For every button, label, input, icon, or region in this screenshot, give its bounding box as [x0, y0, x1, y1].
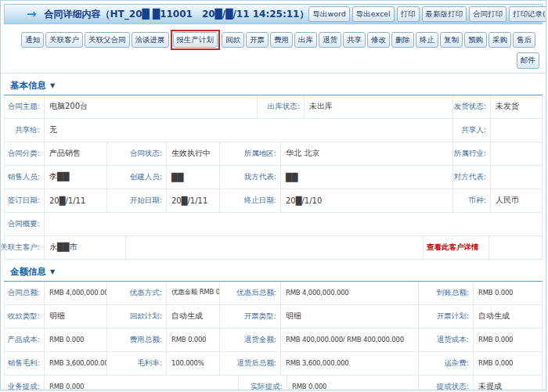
field-label: 优惠后总额: [220, 282, 281, 304]
section-header-money[interactable]: 金额信息▼ [4, 260, 543, 282]
field-label: 开票类型: [220, 305, 281, 328]
field-label: 销售毛利: [4, 352, 45, 375]
basic-row-7: 关联主客户:永██市查看此客户详情 [4, 236, 543, 260]
modify-button[interactable]: 修改 [367, 32, 390, 48]
field-value: 生效执行中 [167, 142, 220, 165]
mail-button[interactable]: 邮件 [517, 52, 539, 68]
field-value: RMB 3,600,000.000 [45, 352, 107, 375]
field-value: 李██ [45, 166, 107, 189]
titlebar: → 合同详细内容（HT_20█ █11001 20█/█/11 14:25:11… [4, 4, 543, 24]
return-goods-button[interactable]: 退货 [319, 32, 341, 48]
basic-row-5: 签订日期:20█/1/11开始日期:20█/1/11终止日期:20█/1/10币… [4, 189, 543, 213]
link-customer-button[interactable]: 关联客户 [45, 32, 83, 48]
field-label: 实际提成: [239, 376, 287, 391]
field-value: RMB 0.000 [287, 376, 419, 391]
field-value: 电脑200台 [45, 95, 258, 118]
view-customer-detail-link[interactable]: 查看此客户详情 [424, 236, 489, 259]
field-value: 未发货 [491, 95, 543, 118]
field-value: RMB 3,600,000.000 [281, 352, 419, 375]
field-label: 提成状态: [419, 376, 474, 391]
basic-row-2: 共享给:无共享人: [4, 119, 543, 142]
field-label: 退货金额: [220, 329, 281, 351]
field-label: 退货后总额: [220, 352, 281, 375]
share-button[interactable]: 共享 [343, 32, 366, 48]
pre-purchase-button[interactable]: 预购 [464, 32, 487, 48]
field-value: 无 [45, 119, 453, 142]
field-value: 明细 [45, 305, 107, 328]
field-value: 华北 北京 [281, 142, 453, 165]
field-label: 对方代表: [453, 166, 491, 189]
contract-print-button[interactable]: 合同打印 [469, 6, 507, 22]
basic-row-1: 合同主题:电脑200台出库状态:未出库发货状态:未发货 [4, 95, 543, 119]
field-label: 销售人员: [4, 166, 45, 189]
field-value [45, 213, 543, 236]
stock-out-button[interactable]: 出库 [294, 32, 317, 48]
export-word-button[interactable]: 导出word [308, 6, 349, 22]
field-value: RMB 400,000.000/ RMB 400,000.000 [281, 329, 419, 351]
copy-button[interactable]: 复制 [440, 32, 463, 48]
payment-collection-button[interactable]: 回款 [222, 32, 244, 48]
field-value: 未提成 [474, 376, 543, 391]
field-value: RMB 0.000 [474, 329, 543, 351]
field-label: 我方代表: [220, 166, 281, 189]
field-label: 回款计划: [107, 305, 167, 328]
toolbar-row-2: 邮件 [21, 50, 543, 68]
field-label: 币种: [453, 189, 491, 212]
link-parent-contract-button[interactable]: 关联父合同 [85, 32, 130, 48]
field-label: 业务提成: [4, 376, 45, 391]
field-value: ██ [281, 166, 453, 189]
field-value: RMB 0.000 [474, 282, 543, 304]
field-value: 100.000% [167, 352, 220, 375]
negotiation-progress-button[interactable]: 洽谈进展 [132, 32, 169, 48]
expense-button[interactable]: 费用 [270, 32, 293, 48]
field-label: 合同分类: [4, 142, 45, 165]
field-label: 终止日期: [220, 189, 281, 212]
field-value: RMB 4,000,000.000 [45, 282, 107, 304]
field-label: 签订日期: [4, 189, 45, 212]
field-label: 毛利率: [107, 352, 167, 375]
field-label: 所属地区: [220, 142, 281, 165]
basic-row-6: 合同概要: [4, 213, 543, 236]
field-value: 永██市 [45, 236, 126, 259]
money-row-2: 收款类型:明细回款计划:自动生成开票类型:明细开票计划:自动生成 [4, 305, 543, 329]
field-label: 优惠方式: [107, 282, 167, 304]
money-row-4: 销售毛利:RMB 3,600,000.000毛利率:100.000%退货后总额:… [4, 352, 543, 376]
page-title: 合同详细内容（HT_20█ █11001 20█/█/11 14:25:11） [45, 8, 309, 21]
field-label: 共享给: [4, 119, 45, 142]
notify-button[interactable]: 通知 [21, 32, 44, 48]
print-history-button[interactable]: 打印记录(0次) [509, 6, 546, 22]
toolbar-row-1: 通知关联客户关联父合同洽谈进展报生产计划回款开票费用出库退货共享修改删除终止复制… [21, 30, 543, 50]
basic-row-4: 销售人员:李██创建人员:██我方代表:██对方代表: [4, 166, 543, 189]
field-value [491, 142, 543, 165]
field-label: 所属行业: [453, 142, 491, 165]
basic-row-3: 合同分类:产品销售合同状态:生效执行中所属地区:华北 北京所属行业: [4, 142, 543, 166]
after-sales-button[interactable]: 售后 [513, 32, 535, 48]
purchase-button[interactable]: 采购 [489, 32, 511, 48]
section-title-basic: 基本信息 [10, 80, 46, 92]
field-label: 关联主客户: [4, 236, 45, 259]
section-header-basic[interactable]: 基本信息▼ [4, 74, 543, 95]
collapse-caret-icon: ▼ [50, 268, 55, 275]
print-latest-version-button[interactable]: 最新版打印 [422, 6, 467, 22]
field-label: 合同概要: [4, 213, 45, 236]
field-value: 20█/1/11 [45, 189, 107, 212]
export-excel-button[interactable]: 导出excel [352, 6, 395, 22]
field-value: 人民币 [491, 189, 543, 212]
field-label: 合同总额: [4, 282, 45, 304]
production-plan-button[interactable]: 报生产计划 [173, 32, 218, 48]
field-value: 20█/1/11 [167, 189, 220, 212]
field-value: RMB 0.000 [474, 352, 543, 375]
field-value: 20█/1/10 [281, 189, 453, 212]
field-value: 明细 [281, 305, 419, 328]
delete-button[interactable]: 删除 [391, 32, 414, 48]
field-value [491, 119, 543, 142]
contract-detail-page: → 合同详细内容（HT_20█ █11001 20█/█/11 14:25:11… [0, 0, 546, 390]
invoice-button[interactable]: 开票 [246, 32, 269, 48]
field-value: 优惠金额 RMB 0.000 [167, 282, 220, 304]
print-button[interactable]: 打印 [397, 6, 420, 22]
field-label: 产品成本: [4, 329, 45, 351]
field-label: 开票计划: [419, 305, 474, 328]
terminate-button[interactable]: 终止 [416, 32, 438, 48]
field-label: 退货成本: [419, 329, 474, 351]
field-value [126, 236, 424, 259]
